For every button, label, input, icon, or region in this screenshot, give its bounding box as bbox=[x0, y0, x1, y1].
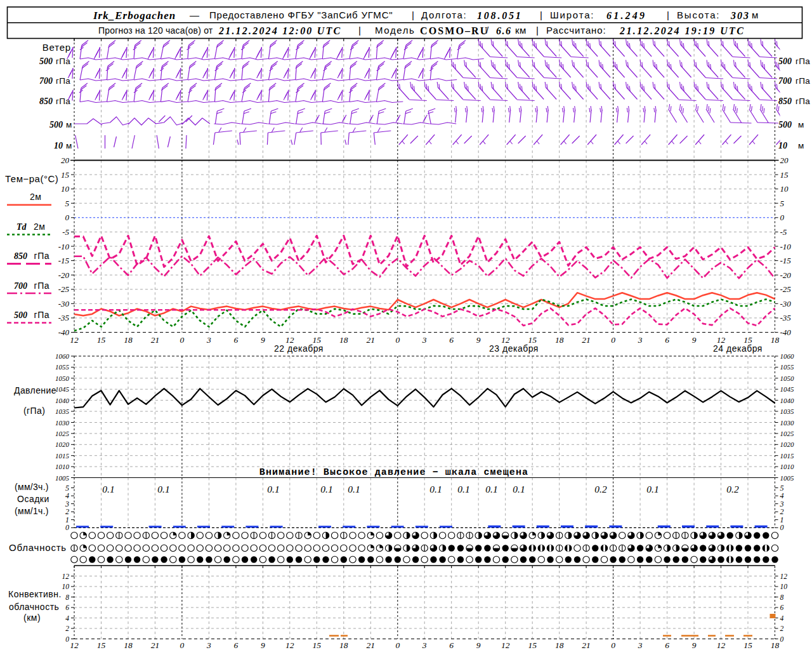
svg-text:21: 21 bbox=[151, 335, 160, 345]
svg-text:2м: 2м bbox=[34, 222, 45, 232]
svg-text:1005: 1005 bbox=[780, 474, 795, 482]
svg-text:21: 21 bbox=[367, 640, 376, 650]
svg-text:303: 303 bbox=[730, 10, 750, 21]
svg-text:0: 0 bbox=[180, 335, 185, 345]
svg-text:-30: -30 bbox=[58, 299, 70, 308]
svg-text:18: 18 bbox=[771, 335, 780, 345]
svg-text:(гПа): (гПа) bbox=[23, 406, 45, 416]
svg-text:(мм/1ч.): (мм/1ч.) bbox=[15, 506, 49, 516]
svg-text:1: 1 bbox=[65, 515, 69, 524]
svg-text:Широта:: Широта: bbox=[550, 10, 594, 20]
svg-text:0: 0 bbox=[65, 523, 69, 532]
svg-text:0: 0 bbox=[780, 635, 784, 643]
svg-text:-5: -5 bbox=[62, 227, 69, 237]
svg-text:3: 3 bbox=[422, 640, 427, 650]
svg-text:4: 4 bbox=[780, 614, 784, 622]
svg-text:500: 500 bbox=[778, 56, 792, 66]
svg-text:10: 10 bbox=[54, 141, 63, 150]
svg-text:0.1: 0.1 bbox=[267, 484, 279, 494]
svg-text:|: | bbox=[536, 25, 539, 36]
svg-text:18: 18 bbox=[555, 640, 564, 650]
svg-text:Модель: Модель bbox=[375, 25, 415, 36]
svg-text:2: 2 bbox=[65, 625, 69, 632]
svg-text:3: 3 bbox=[206, 640, 211, 650]
svg-text:9: 9 bbox=[261, 640, 265, 650]
svg-text:12: 12 bbox=[780, 573, 788, 580]
svg-text:6: 6 bbox=[449, 640, 454, 650]
svg-text:4: 4 bbox=[780, 491, 784, 500]
svg-text:20: 20 bbox=[780, 156, 789, 165]
svg-text:-25: -25 bbox=[780, 284, 792, 294]
svg-text:|: | bbox=[540, 10, 542, 20]
svg-text:15: 15 bbox=[61, 170, 70, 180]
svg-text:-30: -30 bbox=[780, 299, 792, 308]
svg-text:6: 6 bbox=[665, 640, 669, 650]
svg-text:1040: 1040 bbox=[780, 397, 795, 404]
svg-text:1035: 1035 bbox=[55, 408, 70, 415]
svg-text:0: 0 bbox=[65, 635, 69, 643]
svg-text:1060: 1060 bbox=[55, 352, 70, 360]
svg-text:6: 6 bbox=[234, 640, 239, 650]
svg-text:3: 3 bbox=[638, 335, 643, 345]
svg-text:1030: 1030 bbox=[780, 419, 795, 427]
svg-text:10: 10 bbox=[62, 583, 70, 590]
svg-text:0.1: 0.1 bbox=[348, 484, 360, 494]
svg-text:18: 18 bbox=[124, 335, 133, 345]
svg-text:-40: -40 bbox=[780, 328, 792, 337]
svg-text:9: 9 bbox=[476, 335, 481, 345]
svg-text:м: м bbox=[752, 10, 759, 20]
svg-text:10: 10 bbox=[780, 583, 788, 590]
svg-text:Облачность: Облачность bbox=[9, 542, 67, 553]
svg-text:1025: 1025 bbox=[780, 430, 795, 437]
svg-text:0.1: 0.1 bbox=[320, 484, 332, 494]
svg-text:облачность: облачность bbox=[9, 602, 59, 612]
svg-text:м: м bbox=[66, 120, 72, 129]
svg-text:21: 21 bbox=[582, 335, 591, 345]
svg-text:(км): (км) bbox=[23, 613, 41, 623]
svg-text:22 декабря: 22 декабря bbox=[274, 343, 324, 354]
svg-text:Предоставлено ФГБУ "ЗапСиб УГМ: Предоставлено ФГБУ "ЗапСиб УГМС" bbox=[209, 10, 393, 20]
svg-text:Тем−ра(°С): Тем−ра(°С) bbox=[5, 173, 58, 184]
svg-text:(мм/3ч.): (мм/3ч.) bbox=[15, 482, 49, 492]
svg-text:23 декабря: 23 декабря bbox=[489, 343, 539, 354]
svg-text:Долгота:: Долгота: bbox=[421, 10, 467, 20]
svg-text:1010: 1010 bbox=[780, 463, 795, 470]
svg-text:20: 20 bbox=[61, 156, 70, 165]
svg-text:0: 0 bbox=[180, 640, 185, 650]
svg-text:гПа: гПа bbox=[34, 310, 49, 320]
svg-text:18: 18 bbox=[555, 335, 564, 345]
svg-text:15: 15 bbox=[780, 170, 789, 180]
svg-text:-10: -10 bbox=[780, 242, 792, 251]
svg-text:гПа: гПа bbox=[796, 96, 810, 106]
svg-text:-5: -5 bbox=[780, 227, 787, 237]
svg-text:0: 0 bbox=[65, 213, 70, 222]
svg-text:Ветер: Ветер bbox=[43, 42, 71, 53]
svg-text:15: 15 bbox=[743, 640, 752, 650]
svg-text:21.12.2024 19:19 UTC: 21.12.2024 19:19 UTC bbox=[619, 25, 745, 36]
svg-text:5: 5 bbox=[780, 484, 784, 493]
svg-text:500: 500 bbox=[14, 310, 27, 320]
svg-text:1050: 1050 bbox=[55, 375, 70, 382]
svg-text:6: 6 bbox=[65, 604, 69, 611]
svg-text:6: 6 bbox=[665, 335, 669, 345]
svg-text:2м: 2м bbox=[30, 192, 41, 202]
svg-text:700: 700 bbox=[14, 281, 27, 291]
svg-text:6: 6 bbox=[449, 335, 454, 345]
svg-text:0.1: 0.1 bbox=[429, 484, 442, 494]
svg-text:0: 0 bbox=[780, 523, 784, 532]
svg-text:0.2: 0.2 bbox=[726, 484, 739, 494]
svg-text:6: 6 bbox=[780, 604, 784, 611]
svg-text:/: / bbox=[486, 25, 489, 36]
svg-text:Рассчитано:: Рассчитано: bbox=[546, 25, 606, 36]
svg-text:Конвективн.: Конвективн. bbox=[8, 589, 62, 599]
svg-text:21.12.2024 12:00 UTC: 21.12.2024 12:00 UTC bbox=[218, 25, 341, 36]
svg-text:850: 850 bbox=[778, 96, 792, 106]
svg-text:-35: -35 bbox=[58, 313, 70, 322]
svg-text:гПа: гПа bbox=[56, 96, 70, 106]
svg-text:1045: 1045 bbox=[780, 385, 795, 393]
svg-text:3: 3 bbox=[780, 500, 784, 508]
svg-text:1020: 1020 bbox=[780, 441, 795, 448]
svg-text:гПа: гПа bbox=[34, 251, 49, 261]
svg-text:0: 0 bbox=[395, 640, 400, 650]
svg-text:км: км bbox=[515, 25, 527, 36]
